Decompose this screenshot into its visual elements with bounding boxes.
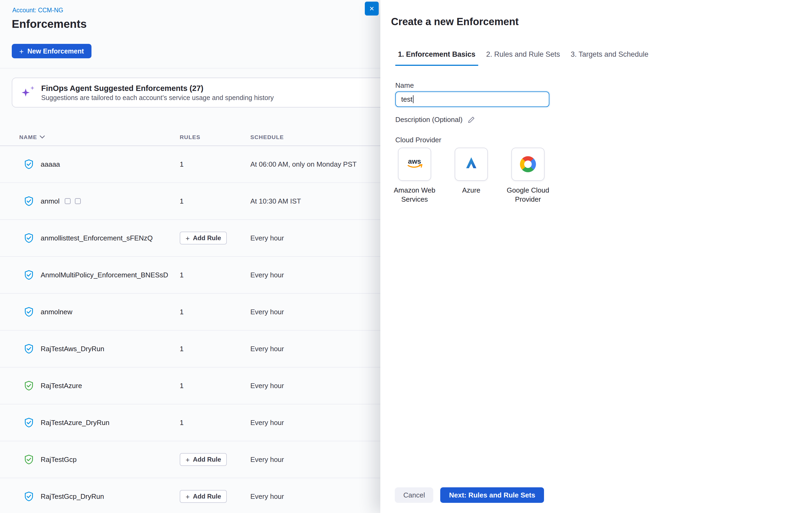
column-header-rules: RULES — [180, 134, 200, 140]
plus-icon: + — [185, 234, 190, 242]
row-name-wrap: anmol — [41, 197, 81, 205]
row-name[interactable]: RajTestAzure_DryRun — [41, 419, 109, 427]
close-icon: × — [369, 2, 374, 16]
azure-logo-icon — [463, 155, 479, 173]
aws-logo-icon: aws — [405, 157, 424, 172]
banner-text: FinOps Agent Suggested Enforcements (27)… — [41, 84, 274, 102]
add-rule-label: Add Rule — [193, 493, 221, 500]
add-rule-button[interactable]: + Add Rule — [180, 232, 227, 245]
row-name-wrap: AnmolMultiPolicy_Enforcement_BNESsD — [41, 271, 168, 279]
row-name-wrap: anmollisttest_Enforcement_sFENzQ — [41, 234, 153, 242]
edit-description-icon[interactable] — [467, 116, 475, 123]
column-name-label: NAME — [19, 134, 37, 140]
add-rule-button[interactable]: + Add Rule — [180, 453, 227, 466]
row-name-wrap: aaaaa — [41, 160, 60, 168]
provider-aws-label: Amazon Web Services — [382, 186, 447, 204]
row-badge-icons — [65, 198, 81, 204]
tab-rules-and-rule-sets[interactable]: 2. Rules and Rule Sets — [484, 50, 563, 66]
row-schedule: Every hour — [250, 234, 284, 242]
enforcement-shield-icon — [24, 417, 34, 428]
row-name-wrap: RajTestAzure — [41, 382, 82, 390]
enforcement-shield-icon — [24, 233, 34, 244]
row-schedule: Every hour — [250, 308, 284, 316]
row-name[interactable]: anmolnew — [41, 308, 72, 316]
azure-card[interactable] — [455, 148, 488, 181]
enforcement-shield-icon — [24, 269, 34, 280]
description-row: Description (Optional) — [395, 116, 475, 123]
row-schedule: At 06:00 AM, only on Monday PST — [250, 160, 356, 168]
row-schedule: Every hour — [250, 345, 284, 353]
provider-azure: Azure — [455, 148, 488, 204]
next-button[interactable]: Next: Rules and Rule Sets — [440, 487, 544, 503]
row-name-wrap: RajTestAws_DryRun — [41, 345, 104, 353]
row-rules-count: 1 — [180, 345, 183, 353]
banner-title: FinOps Agent Suggested Enforcements (27) — [41, 84, 274, 92]
name-input[interactable]: test — [395, 91, 549, 107]
row-rules-count: 1 — [180, 308, 183, 316]
row-schedule: Every hour — [250, 492, 284, 501]
finops-sparkle-icon — [21, 86, 35, 99]
row-rules-count: 1 — [180, 197, 183, 205]
provider-aws: aws Amazon Web Services — [398, 148, 431, 204]
provider-gcp-label: Google Cloud Provider — [496, 186, 560, 204]
drawer-tabs: 1. Enforcement Basics 2. Rules and Rule … — [395, 50, 657, 66]
row-name[interactable]: anmol — [41, 197, 60, 205]
row-name-wrap: RajTestGcp — [41, 456, 77, 463]
drawer-footer: Cancel Next: Rules and Rule Sets — [395, 487, 544, 503]
page-title: Enforcements — [12, 18, 87, 30]
row-schedule: Every hour — [250, 456, 284, 463]
breadcrumb[interactable]: Account: CCM-NG — [12, 7, 63, 13]
plus-icon: + — [185, 492, 190, 501]
enforcement-shield-icon — [24, 343, 34, 354]
enforcement-shield-icon — [24, 491, 34, 502]
name-label: Name — [395, 81, 414, 89]
row-name-wrap: anmolnew — [41, 308, 72, 316]
tab-targets-and-schedule[interactable]: 3. Targets and Schedule — [568, 50, 651, 66]
cancel-button[interactable]: Cancel — [395, 487, 434, 503]
description-label: Description (Optional) — [395, 116, 462, 123]
row-name[interactable]: RajTestAws_DryRun — [41, 345, 104, 353]
plus-icon: + — [19, 47, 24, 55]
row-schedule: At 10:30 AM IST — [250, 197, 301, 205]
row-name[interactable]: RajTestGcp_DryRun — [41, 492, 104, 501]
row-name-wrap: RajTestAzure_DryRun — [41, 419, 109, 427]
tab-enforcement-basics[interactable]: 1. Enforcement Basics — [395, 50, 478, 66]
row-schedule: Every hour — [250, 419, 284, 427]
chevron-down-icon — [40, 135, 45, 139]
text-caret — [413, 95, 413, 103]
badge-icon — [75, 198, 81, 204]
aws-card[interactable]: aws — [398, 148, 431, 181]
row-name[interactable]: anmollisttest_Enforcement_sFENzQ — [41, 234, 153, 242]
new-enforcement-button[interactable]: + New Enforcement — [12, 44, 91, 58]
add-rule-label: Add Rule — [193, 234, 221, 242]
app-screen: Account: CCM-NG Enforcements + New Enfor… — [0, 0, 812, 513]
cloud-provider-label: Cloud Provider — [395, 136, 441, 144]
row-name[interactable]: RajTestAzure — [41, 382, 82, 390]
banner-subtitle: Suggestions are tailored to each account… — [41, 94, 274, 102]
create-enforcement-drawer: Create a new Enforcement 1. Enforcement … — [380, 0, 812, 513]
column-header-schedule: SCHEDULE — [250, 134, 284, 140]
enforcement-shield-icon — [24, 159, 34, 170]
name-input-value: test — [401, 95, 412, 103]
enforcement-shield-icon — [24, 196, 34, 206]
badge-icon — [65, 198, 71, 204]
close-drawer-button[interactable]: × — [365, 2, 379, 16]
add-rule-label: Add Rule — [193, 456, 221, 463]
row-rules-count: 1 — [180, 382, 183, 390]
provider-azure-label: Azure — [439, 186, 503, 195]
add-rule-button[interactable]: + Add Rule — [180, 490, 227, 503]
drawer-title: Create a new Enforcement — [391, 16, 519, 28]
column-header-name[interactable]: NAME — [19, 134, 45, 140]
svg-text:aws: aws — [408, 157, 421, 165]
plus-icon: + — [185, 456, 190, 463]
row-rules-count: 1 — [180, 271, 183, 279]
row-schedule: Every hour — [250, 271, 284, 279]
provider-gcp: Google Cloud Provider — [512, 148, 545, 204]
row-name[interactable]: aaaaa — [41, 160, 60, 168]
gcp-card[interactable] — [512, 148, 545, 181]
gcp-logo-icon — [520, 156, 536, 172]
row-name[interactable]: AnmolMultiPolicy_Enforcement_BNESsD — [41, 271, 168, 279]
enforcement-shield-icon — [24, 380, 34, 391]
row-name[interactable]: RajTestGcp — [41, 456, 77, 463]
enforcement-shield-icon — [24, 454, 34, 465]
